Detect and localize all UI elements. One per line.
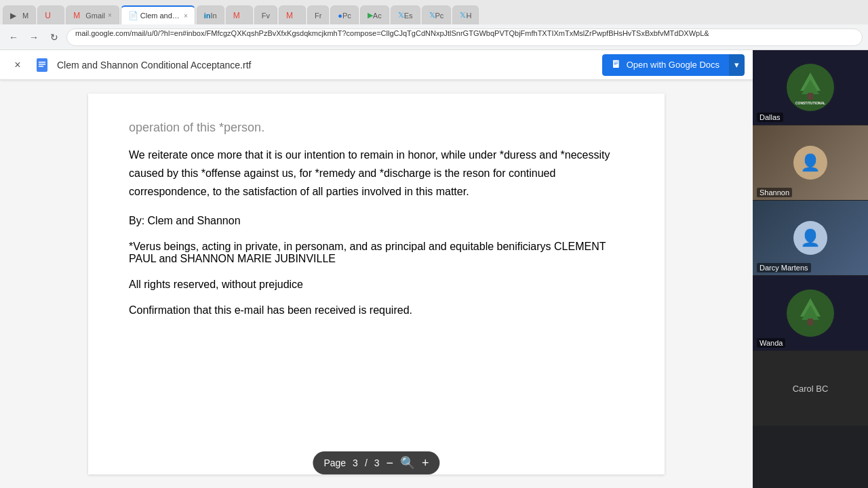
dallas-logo: CONSTITUTIONAL [787,64,834,111]
pc-label: Pc [342,12,351,20]
tab-gmail[interactable]: M Gmail × [66,5,119,24]
tab-m3[interactable]: M [279,5,306,24]
document-page: operation of this *person. We reiterate … [88,94,665,474]
paragraph-4: All rights reserved, without prejudice [129,279,624,291]
tab-m2[interactable]: M [226,5,253,24]
participant-name-darcy: Darcy Martens [757,263,811,272]
fade-text: operation of this *person. [129,121,624,135]
participant-shannon: 👤 Shannon [753,125,868,200]
tab-close-gmail[interactable]: × [108,12,112,19]
address-text: mail.google.com/mail/u/0/?hl=en#inbox/FM… [75,29,709,37]
tab-fr[interactable]: Fr [307,5,329,24]
open-with-label: Open with Google Docs [627,60,719,70]
tree-icon-wanda [790,293,831,333]
m3-icon: M [286,11,296,20]
fr-label: Fr [315,12,321,20]
tab-label-rtf: Clem and Shannon Conditional Acceptance.… [140,12,181,20]
tab-label: M [22,12,28,20]
twitter2-icon: 𝕏 [429,11,435,20]
tab-fv[interactable]: Fv [254,5,277,24]
pc-icon: ● [338,12,342,20]
participant-name-shannon: Shannon [757,188,792,197]
participant-carol: Carol BC [753,351,868,426]
zoom-out-button[interactable]: − [387,456,394,470]
wanda-logo [787,289,834,337]
participant-name-wanda: Wanda [757,338,785,348]
tab-label-in: In [211,12,217,20]
twitter1-icon: 𝕏 [398,11,404,20]
ac-icon: ▶ [368,11,373,20]
svg-rect-16 [808,319,813,325]
svg-rect-3 [39,66,43,67]
svg-rect-2 [39,64,45,65]
page-total: 3 [374,458,380,468]
document-toolbar: × Clem and Shannon Conditional Acceptanc… [0,50,753,80]
zoom-in-button[interactable]: + [422,456,429,470]
docs-btn-icon [612,60,623,70]
tab-bar: ▶ M U M Gmail × 📄 Clem and Shannon Condi… [0,0,868,24]
zoom-icon-button[interactable]: 🔍 [400,455,415,470]
paragraph-2: By: Clem and Shannon [129,215,624,227]
open-with-button[interactable]: Open with Google Docs [602,54,729,76]
meet-icon: ▶ [10,11,20,20]
svg-rect-7 [614,64,616,64]
rtf-icon: 📄 [128,11,138,20]
tab-meet[interactable]: ▶ M [3,5,36,24]
tab-twitter2[interactable]: 𝕏 Pc [422,5,452,24]
twitter3-icon: 𝕏 [460,11,466,20]
svg-rect-5 [614,62,618,62]
tab-u[interactable]: U [37,5,64,24]
address-input[interactable]: mail.google.com/mail/u/0/?hl=en#inbox/FM… [66,28,863,46]
tab-in[interactable]: in In [197,5,224,24]
participant-wanda: Wanda [753,276,868,350]
tab-label-gmail: Gmail [85,12,105,20]
tab-twitter1[interactable]: 𝕏 Es [391,5,420,24]
paragraph-3: *Verus beings, acting in private, in per… [129,241,624,265]
ac-label: Ac [373,12,382,20]
linkedin-icon: in [204,12,211,20]
participant-darcy: 👤 Darcy Martens [753,201,868,275]
reload-button[interactable]: ↻ [46,29,62,45]
tab-close-rtf[interactable]: × [184,12,188,20]
participant-name-carol: Carol BC [793,384,829,394]
svg-text:CONSTITUTIONAL: CONSTITUTIONAL [795,101,825,105]
open-with-group: Open with Google Docs ▾ [602,54,745,76]
tree-icon-dallas: CONSTITUTIONAL [790,67,831,108]
back-button[interactable]: ← [5,29,22,45]
svg-rect-11 [808,93,813,100]
document-viewer: × Clem and Shannon Conditional Acceptanc… [0,50,753,488]
page-label: Page [323,458,346,468]
svg-rect-6 [614,63,618,64]
dropdown-button[interactable]: ▾ [729,54,745,76]
address-bar: ← → ↻ mail.google.com/mail/u/0/?hl=en#in… [0,24,868,50]
filename-label: Clem and Shannon Conditional Acceptance.… [57,60,595,70]
svg-rect-0 [37,58,47,72]
m2-icon: M [233,11,243,20]
svg-rect-1 [39,62,45,63]
close-button[interactable]: × [8,56,27,75]
paragraph-5: Confirmation that this e-mail has been r… [129,304,624,317]
tab-pc[interactable]: ● Pc [330,5,359,24]
paragraph-1: We reiterate once more that it is our in… [129,146,624,201]
tab-label-pc2: Pc [435,12,444,20]
tab-label-h: H [466,12,471,20]
dropdown-chevron: ▾ [734,60,739,70]
participants-sidebar: CONSTITUTIONAL Dallas 👤 Shannon 👤 Darcy … [753,50,868,488]
tab-ac[interactable]: ▶ Ac [360,5,389,24]
tab-rtf[interactable]: 📄 Clem and Shannon Conditional Acceptanc… [121,5,195,24]
page-current: 3 [353,458,358,468]
main-area: × Clem and Shannon Conditional Acceptanc… [0,50,868,488]
forward-button[interactable]: → [26,29,42,45]
tab-twitter3[interactable]: 𝕏 H [452,5,479,24]
tab-label-es: Es [404,12,413,20]
participant-name-dallas: Dallas [757,113,783,122]
gmail-icon: M [73,11,83,20]
page-separator: / [365,458,368,468]
fv-label: Fv [262,12,270,20]
u-icon: U [45,11,54,20]
participant-dallas: CONSTITUTIONAL Dallas [753,50,868,125]
google-docs-icon [34,57,50,73]
page-indicator: Page 3 / 3 − 🔍 + [313,451,439,474]
